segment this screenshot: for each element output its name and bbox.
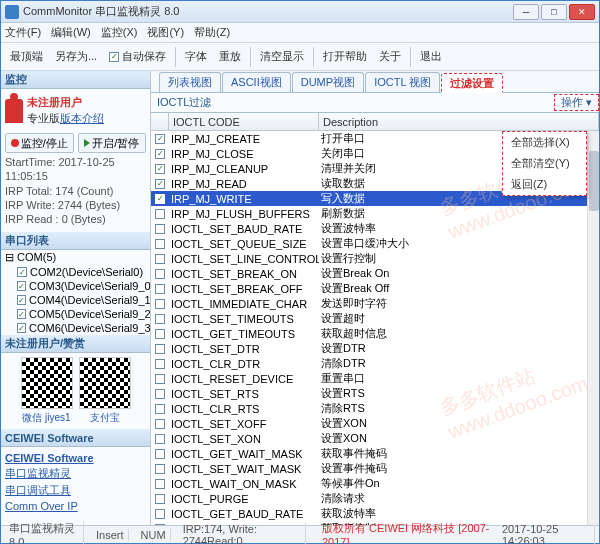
row-checkbox[interactable] — [155, 509, 165, 519]
minimize-button[interactable]: ─ — [513, 4, 539, 20]
table-row[interactable]: IRP_MJ_FLUSH_BUFFERS刷新数据 — [151, 206, 599, 221]
table-row[interactable]: IOCTL_CLR_DTR清除DTR — [151, 356, 599, 371]
row-checkbox[interactable] — [155, 239, 165, 249]
table-row[interactable]: IOCTL_SET_BREAK_OFF设置Break Off — [151, 281, 599, 296]
row-checkbox[interactable] — [155, 344, 165, 354]
ceiwei-link[interactable]: Comm Over IP — [5, 499, 146, 513]
col-description[interactable]: Description — [319, 113, 599, 130]
row-checkbox[interactable]: ✓ — [155, 179, 165, 189]
row-checkbox[interactable] — [155, 209, 165, 219]
sidebar: 监控 未注册用户 专业版 版本介绍 监控/停止 开启/暂停 StartTime:… — [1, 71, 151, 525]
status-app: 串口监视精灵8.0 — [5, 521, 84, 544]
row-checkbox[interactable]: ✓ — [155, 194, 165, 204]
menu-item[interactable]: 帮助(Z) — [194, 25, 230, 40]
row-checkbox[interactable] — [155, 479, 165, 489]
scroll-thumb[interactable] — [589, 151, 599, 211]
row-checkbox[interactable] — [155, 449, 165, 459]
tab-1[interactable]: ASCII视图 — [222, 72, 291, 92]
row-checkbox[interactable] — [155, 359, 165, 369]
row-checkbox[interactable] — [155, 389, 165, 399]
row-checkbox[interactable] — [155, 434, 165, 444]
tab-4[interactable]: 过滤设置 — [441, 73, 503, 93]
table-row[interactable]: IOCTL_PURGE清除请求 — [151, 491, 599, 506]
toolbar-autosave-button[interactable]: ✓自动保存 — [104, 46, 171, 68]
row-checkbox[interactable] — [155, 329, 165, 339]
wechat-qr — [21, 357, 73, 409]
tab-0[interactable]: 列表视图 — [159, 72, 221, 92]
menu-item[interactable]: 监控(X) — [101, 25, 138, 40]
menu-item[interactable]: 文件(F) — [5, 25, 41, 40]
ceiwei-link[interactable]: 串口调试工具 — [5, 482, 146, 499]
table-row[interactable]: IOCTL_SET_WAIT_MASK设置事件掩码 — [151, 461, 599, 476]
menu-item[interactable]: 视图(Y) — [147, 25, 184, 40]
row-checkbox[interactable] — [155, 314, 165, 324]
row-checkbox[interactable] — [155, 524, 165, 526]
com-item[interactable]: ✓COM4(\Device\Serial9_1) — [5, 293, 146, 307]
version-link[interactable]: 版本介绍 — [60, 111, 104, 126]
row-checkbox[interactable] — [155, 419, 165, 429]
row-checkbox[interactable] — [155, 404, 165, 414]
row-checkbox[interactable]: ✓ — [155, 149, 165, 159]
ioctl-grid[interactable]: ✓IRP_MJ_CREATE打开串口✓IRP_MJ_CLOSE关闭串口✓IRP_… — [151, 131, 599, 525]
row-checkbox[interactable] — [155, 299, 165, 309]
table-row[interactable]: IOCTL_SET_TIMEOUTS设置超时 — [151, 311, 599, 326]
status-irp: IRP:174, Write: 2744Read:0 — [179, 523, 306, 545]
toolbar-pin-button[interactable]: 最顶端 — [5, 46, 48, 68]
toolbar-help-button[interactable]: 打开帮助 — [318, 46, 372, 68]
toolbar-exit-button[interactable]: 退出 — [415, 46, 447, 68]
grid-header: IOCTL CODE Description — [151, 113, 599, 131]
row-checkbox[interactable] — [155, 254, 165, 264]
row-checkbox[interactable] — [155, 284, 165, 294]
toolbar-about-button[interactable]: 关于 — [374, 46, 406, 68]
tab-2[interactable]: DUMP视图 — [292, 72, 364, 92]
operations-dropdown[interactable]: 操作 ▾ — [554, 94, 599, 111]
row-checkbox[interactable] — [155, 224, 165, 234]
table-row[interactable]: IOCTL_GET_TIMEOUTS获取超时信息 — [151, 326, 599, 341]
maximize-button[interactable]: □ — [541, 4, 567, 20]
close-button[interactable]: ✕ — [569, 4, 595, 20]
table-row[interactable]: IOCTL_SET_XOFF设置XON — [151, 416, 599, 431]
status-bar: 串口监视精灵8.0 Insert NUM IRP:174, Write: 274… — [1, 525, 599, 543]
table-row[interactable]: IOCTL_SET_RTS设置RTS — [151, 386, 599, 401]
menu-item[interactable]: 编辑(W) — [51, 25, 91, 40]
row-checkbox[interactable]: ✓ — [155, 164, 165, 174]
toolbar-font-button[interactable]: 字体 — [180, 46, 212, 68]
row-checkbox[interactable] — [155, 464, 165, 474]
popup-item[interactable]: 返回(Z) — [503, 174, 586, 195]
table-row[interactable]: IOCTL_IMMEDIATE_CHAR发送即时字符 — [151, 296, 599, 311]
popup-item[interactable]: 全部选择(X) — [503, 132, 586, 153]
toolbar-replay-button[interactable]: 重放 — [214, 46, 246, 68]
row-checkbox[interactable] — [155, 494, 165, 504]
vertical-scrollbar[interactable] — [587, 131, 599, 525]
col-ioctl-code[interactable]: IOCTL CODE — [169, 113, 319, 130]
table-row[interactable]: IOCTL_SET_XON设置XON — [151, 431, 599, 446]
ceiwei-link[interactable]: CEIWEI Software — [5, 451, 146, 465]
table-row[interactable]: IOCTL_SET_BAUD_RATE设置波特率 — [151, 221, 599, 236]
table-row[interactable]: IOCTL_SET_LINE_CONTROL设置行控制 — [151, 251, 599, 266]
table-row[interactable]: IOCTL_RESET_DEVICE重置串口 — [151, 371, 599, 386]
table-row[interactable]: IOCTL_SET_BREAK_ON设置Break On — [151, 266, 599, 281]
popup-item[interactable]: 全部清空(Y) — [503, 153, 586, 174]
row-checkbox[interactable] — [155, 374, 165, 384]
table-row[interactable]: IOCTL_SET_DTR设置DTR — [151, 341, 599, 356]
table-row[interactable]: IOCTL_GET_WAIT_MASK获取事件掩码 — [151, 446, 599, 461]
table-row[interactable]: IOCTL_SET_QUEUE_SIZE设置串口缓冲大小 — [151, 236, 599, 251]
row-checkbox[interactable] — [155, 269, 165, 279]
table-row[interactable]: IOCTL_GET_BAUD_RATE获取波特率 — [151, 506, 599, 521]
table-row[interactable]: IOCTL_WAIT_ON_MASK等候事件On — [151, 476, 599, 491]
com-item[interactable]: ✓COM5(\Device\Serial9_2) — [5, 307, 146, 321]
toolbar-save-button[interactable]: 另存为... — [50, 46, 102, 68]
stat-total: IRP Total: 174 (Count) — [5, 184, 146, 198]
tab-3[interactable]: IOCTL 视图 — [365, 72, 440, 92]
row-checkbox[interactable]: ✓ — [155, 134, 165, 144]
pause-toggle-button[interactable]: 开启/暂停 — [78, 133, 147, 153]
ceiwei-link[interactable]: 串口监视精灵 — [5, 465, 146, 482]
com-item[interactable]: ✓COM6(\Device\Serial9_3) — [5, 321, 146, 335]
record-toggle-button[interactable]: 监控/停止 — [5, 133, 74, 153]
com-item[interactable]: ✓COM2(\Device\Serial0) — [5, 265, 146, 279]
table-row[interactable]: IOCTL_CLR_RTS清除RTS — [151, 401, 599, 416]
com-root[interactable]: ⊟ COM(5) — [5, 250, 146, 265]
table-row[interactable]: IOCTL_GET_LINE_CONTROL获取行控制 — [151, 521, 599, 525]
toolbar-clear-button[interactable]: 清空显示 — [255, 46, 309, 68]
com-item[interactable]: ✓COM3(\Device\Serial9_0) — [5, 279, 146, 293]
